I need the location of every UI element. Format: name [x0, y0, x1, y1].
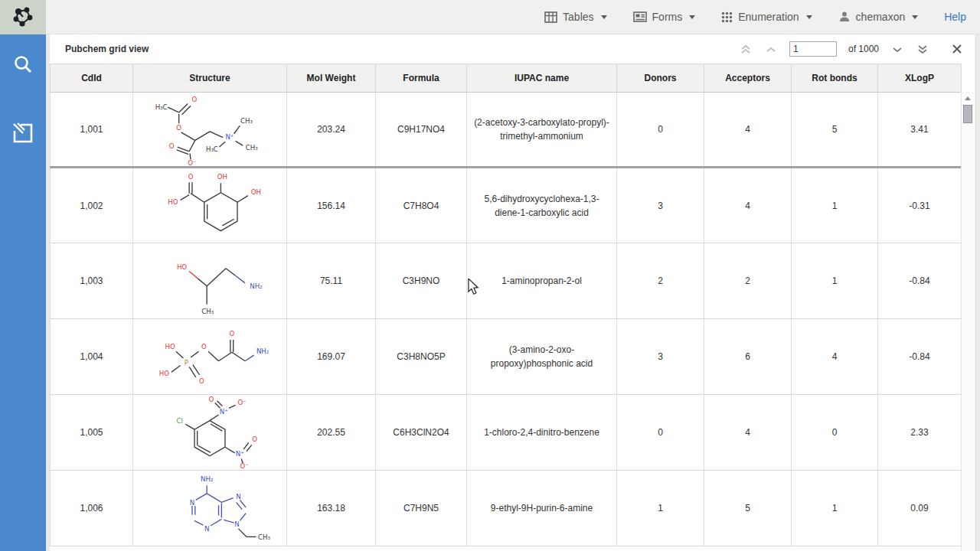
formula-cell: C7H9N5 — [376, 471, 467, 546]
page-number-input[interactable] — [789, 41, 837, 57]
structure-cell: N N N N NH₂ CH₃ — [133, 471, 287, 546]
chevron-down-icon — [601, 15, 607, 19]
help-link[interactable]: Help — [944, 11, 966, 23]
donors-cell: 3 — [617, 319, 704, 395]
first-page-button[interactable] — [739, 43, 753, 56]
svg-text:O: O — [209, 396, 214, 403]
user-icon — [838, 11, 851, 23]
cdid-cell: 1,002 — [51, 168, 133, 243]
svg-text:O: O — [201, 343, 207, 350]
sidebar-structure-import-button[interactable] — [0, 109, 46, 157]
column-header-molweight[interactable]: Mol Weight — [287, 64, 376, 93]
rotbonds-cell: 0 — [792, 395, 878, 471]
xlogp-cell: 3.41 — [878, 93, 962, 168]
svg-text:O: O — [169, 142, 175, 150]
scrollbar-up-arrow-icon[interactable] — [965, 96, 971, 100]
rotbonds-cell: 1 — [792, 168, 878, 243]
svg-text:CH₃: CH₃ — [201, 308, 214, 315]
table-header-row: CdId Structure Mol Weight Formula IUPAC … — [51, 64, 962, 93]
last-page-button[interactable] — [916, 43, 929, 56]
svg-text:H₃C: H₃C — [155, 103, 168, 111]
structure-image: N N N N NH₂ CH₃ — [133, 471, 286, 545]
formula-cell: C7H8O4 — [376, 168, 467, 243]
molweight-cell: 156.14 — [287, 168, 376, 243]
column-header-cdid[interactable]: CdId — [51, 64, 133, 93]
structure-image: HO NH₂ CH₃ — [133, 244, 286, 318]
column-header-rotbonds[interactable]: Rot bonds — [792, 64, 878, 93]
cdid-cell: 1,006 — [51, 471, 133, 546]
rotbonds-cell: 5 — [792, 93, 878, 168]
svg-text:O: O — [229, 330, 234, 337]
column-header-structure[interactable]: Structure — [133, 64, 287, 93]
panel-header: Pubchem grid view of 1000 — [50, 34, 975, 64]
structure-cell: H₃C O O N⁺ CH₃ CH₃ H₃C — [133, 93, 287, 168]
structure-image: H₃C O O N⁺ CH₃ CH₃ H₃C — [133, 93, 286, 166]
donors-cell: 1 — [617, 471, 704, 546]
column-header-iupac[interactable]: IUPAC name — [467, 64, 617, 93]
svg-text:Cl: Cl — [176, 417, 182, 425]
structure-image: HO HO P O O O — [133, 320, 286, 393]
svg-text:O⁻: O⁻ — [188, 159, 196, 166]
svg-text:HO: HO — [177, 263, 187, 271]
table-row[interactable]: 1,002 O HO OH OH — [51, 168, 962, 243]
iupac-cell: (3-amino-2-oxo-propoxy)phosphonic acid — [467, 319, 617, 395]
nav-user-menu[interactable]: chemaxon — [838, 11, 919, 23]
table-row[interactable]: 1,006 — [51, 471, 962, 546]
acceptors-cell: 4 — [704, 168, 792, 243]
svg-text:N: N — [234, 520, 239, 528]
structure-cell: HO HO P O O O — [133, 319, 287, 395]
molweight-cell: 163.18 — [287, 471, 376, 546]
enumeration-icon — [721, 11, 733, 23]
table-row[interactable]: 1,003 HO NH₂ CH₃ 75.11 C3H9NO — [51, 243, 962, 319]
nav-enumeration-label: Enumeration — [738, 11, 799, 23]
table-row[interactable]: 1,001 H₃C O O N⁺ CH₃ CH₃ — [51, 93, 962, 168]
svg-text:O: O — [191, 96, 197, 103]
close-grid-button[interactable] — [950, 42, 964, 56]
structure-image: Cl N⁺ O O⁻ N⁺ O O⁻ — [133, 396, 286, 469]
nav-forms[interactable]: Forms — [633, 11, 696, 23]
cdid-cell: 1,001 — [51, 93, 133, 168]
molweight-cell: 75.11 — [287, 243, 376, 319]
formula-cell: C6H3ClN2O4 — [376, 395, 467, 471]
acceptors-cell: 5 — [704, 471, 792, 546]
xlogp-cell: -0.84 — [878, 319, 962, 395]
iupac-cell: 5,6-dihydroxycyclohexa-1,3-diene-1-carbo… — [467, 168, 617, 243]
xlogp-cell: 2.33 — [878, 395, 962, 471]
app-logo[interactable] — [0, 0, 46, 34]
nav-forms-label: Forms — [652, 11, 683, 23]
svg-text:OH: OH — [251, 187, 261, 195]
cdid-cell: 1,003 — [51, 243, 133, 319]
svg-text:CH₃: CH₃ — [240, 117, 253, 125]
column-header-xlogp[interactable]: XLogP — [878, 64, 962, 93]
svg-text:O⁻: O⁻ — [240, 462, 248, 469]
column-header-formula[interactable]: Formula — [376, 64, 467, 93]
sidebar-search-button[interactable] — [0, 41, 46, 88]
svg-text:O⁻: O⁻ — [238, 399, 247, 406]
scrollbar-thumb[interactable] — [963, 105, 972, 123]
double-chevron-down-icon — [917, 44, 928, 54]
column-header-donors[interactable]: Donors — [617, 64, 704, 93]
nav-enumeration[interactable]: Enumeration — [721, 11, 812, 23]
svg-text:O: O — [188, 173, 194, 181]
xlogp-cell: 0.09 — [878, 471, 962, 546]
chevron-down-icon — [689, 15, 695, 19]
svg-text:N: N — [236, 493, 240, 500]
structure-image: O HO OH OH — [133, 169, 286, 243]
rotbonds-cell: 4 — [792, 319, 878, 395]
cdid-cell: 1,004 — [51, 319, 133, 395]
next-page-button[interactable] — [890, 44, 904, 54]
structure-cell: O HO OH OH — [133, 168, 287, 243]
acceptors-cell: 4 — [704, 93, 792, 168]
svg-text:O: O — [176, 124, 181, 132]
acceptors-cell: 2 — [704, 243, 792, 319]
donors-cell: 2 — [617, 243, 704, 319]
previous-page-button[interactable] — [764, 44, 778, 54]
vertical-scrollbar[interactable] — [961, 92, 974, 551]
column-header-acceptors[interactable]: Acceptors — [704, 64, 792, 93]
table-row[interactable]: 1,004 HO HO P O O — [51, 319, 962, 395]
molweight-cell: 203.24 — [287, 93, 376, 168]
iupac-cell: 1-chloro-2,4-dinitro-benzene — [467, 395, 617, 471]
acceptors-cell: 6 — [704, 319, 792, 395]
nav-tables[interactable]: Tables — [544, 11, 606, 23]
table-row[interactable]: 1,005 Cl N⁺ O O⁻ — [51, 395, 962, 471]
